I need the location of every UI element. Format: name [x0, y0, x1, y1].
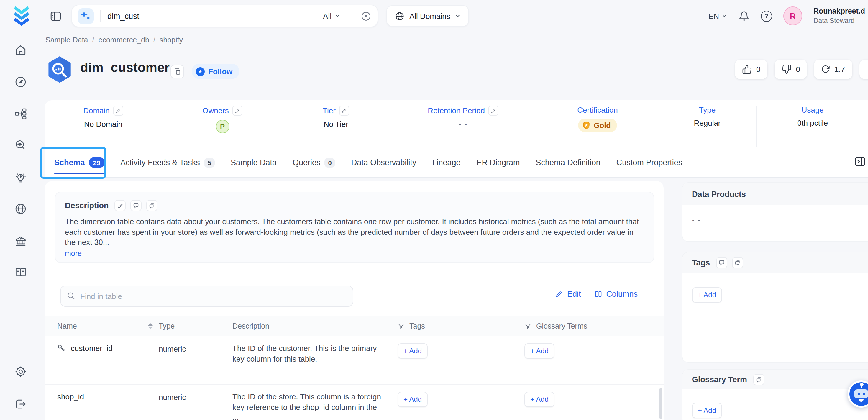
breadcrumb-database[interactable]: ecommerce_db: [98, 36, 149, 44]
tab-schema-definition[interactable]: Schema Definition: [536, 148, 600, 178]
downvote-count: 0: [796, 65, 800, 74]
topbar: All All Domains EN ?: [0, 0, 868, 32]
glossary-book-icon[interactable]: [14, 266, 27, 278]
search-scope-dropdown[interactable]: All: [323, 11, 340, 20]
edit-domain-icon[interactable]: [113, 106, 123, 116]
clear-search-icon[interactable]: [361, 10, 372, 22]
search-input[interactable]: [107, 11, 323, 20]
observability-search-icon[interactable]: [14, 139, 27, 152]
edit-tier-icon[interactable]: [339, 106, 349, 116]
glossary-term-card: Glossary Term + Add: [682, 370, 868, 420]
add-glossary-term-button[interactable]: + Add: [692, 403, 722, 418]
type-value: Regular: [694, 119, 720, 127]
edit-description-icon[interactable]: [115, 200, 126, 211]
primary-key-icon: [57, 344, 66, 353]
tier-value: No Tier: [323, 120, 348, 129]
add-tag-button[interactable]: + Add: [398, 343, 428, 359]
filter-icon[interactable]: [524, 322, 531, 329]
edit-retention-icon[interactable]: [488, 106, 498, 116]
insights-bulb-icon[interactable]: [14, 172, 27, 185]
logout-icon[interactable]: [14, 398, 27, 411]
copy-link-icon[interactable]: [170, 65, 184, 79]
copy-description-icon[interactable]: [147, 200, 158, 211]
column-header-tags[interactable]: Tags: [398, 322, 524, 330]
chevron-down-icon: [335, 13, 340, 19]
ai-sparkle-icon[interactable]: [78, 8, 94, 24]
add-glossary-term-button[interactable]: + Add: [524, 392, 555, 407]
follow-button[interactable]: ★ Follow: [192, 64, 240, 79]
upvote-button[interactable]: 0: [735, 60, 768, 79]
workflow-icon[interactable]: [14, 107, 27, 120]
table-row-customer-id[interactable]: customer_id numeric The ID of the custom…: [45, 336, 663, 385]
compass-icon[interactable]: [14, 76, 27, 88]
metadata-type: Type Regular: [658, 106, 757, 148]
breadcrumb-connection[interactable]: Sample Data: [45, 36, 88, 44]
tab-label: Data Observability: [351, 158, 416, 167]
all-domains-selector[interactable]: All Domains: [386, 5, 469, 27]
tab-schema[interactable]: Schema 29: [54, 148, 104, 178]
glossary-copy-icon[interactable]: [753, 374, 764, 385]
more-options-button[interactable]: [859, 60, 868, 79]
column-name: shop_id: [57, 392, 84, 402]
downvote-button[interactable]: 0: [775, 60, 807, 79]
owner-avatar[interactable]: P: [216, 120, 229, 133]
tab-activity-feeds[interactable]: Activity Feeds & Tasks 5: [120, 148, 215, 178]
star-icon: ★: [196, 67, 205, 76]
robot-icon: [861, 385, 862, 388]
filter-icon[interactable]: [398, 322, 405, 329]
comment-icon[interactable]: [131, 200, 142, 211]
add-glossary-term-button[interactable]: + Add: [524, 343, 555, 359]
column-header-name[interactable]: Name: [45, 322, 159, 330]
sort-icon[interactable]: [148, 323, 153, 329]
find-in-table-input[interactable]: [60, 286, 353, 307]
column-header-description[interactable]: Description: [232, 322, 398, 330]
governance-bank-icon[interactable]: [14, 235, 27, 248]
refresh-score-button[interactable]: 1.7: [814, 60, 852, 79]
tab-lineage[interactable]: Lineage: [432, 148, 460, 178]
user-avatar[interactable]: R: [783, 6, 802, 25]
collapse-panel-icon[interactable]: [854, 156, 867, 168]
add-tags-button[interactable]: + Add: [692, 287, 722, 303]
home-icon[interactable]: [14, 44, 27, 57]
tab-label: Queries: [292, 158, 320, 167]
settings-gear-icon[interactable]: [14, 365, 27, 378]
column-description: The ID of the store. This column is a fo…: [232, 392, 398, 420]
global-search-bar[interactable]: All: [71, 5, 378, 27]
asset-actions: 0 0 1.7: [735, 60, 868, 79]
help-icon[interactable]: ?: [761, 10, 772, 22]
table-header-row: Name Type Description Tags Glossary Term…: [45, 316, 663, 336]
tab-queries[interactable]: Queries 0: [292, 148, 335, 178]
user-role: Data Steward: [813, 16, 865, 25]
table-row-shop-id[interactable]: shop_id numeric The ID of the store. Thi…: [45, 385, 663, 420]
notifications-bell-icon[interactable]: [739, 10, 750, 22]
tab-custom-properties[interactable]: Custom Properties: [616, 148, 682, 178]
sidebar-toggle-icon[interactable]: [50, 10, 62, 22]
pencil-icon: [555, 290, 563, 298]
tab-er-diagram[interactable]: ER Diagram: [476, 148, 520, 178]
column-description: The ID of the customer. This is the prim…: [232, 343, 398, 364]
scrollbar-thumb[interactable]: [659, 388, 662, 419]
refresh-icon: [822, 65, 830, 74]
breadcrumb-schema[interactable]: shopify: [160, 36, 183, 44]
tab-label: Schema: [54, 158, 85, 167]
column-header-type[interactable]: Type: [159, 322, 232, 330]
globe-nav-icon[interactable]: [14, 202, 27, 215]
manage-columns-button[interactable]: Columns: [594, 290, 638, 299]
tags-copy-icon[interactable]: [732, 257, 743, 268]
table-toolbar: Edit Columns: [555, 290, 638, 299]
search-icon: [67, 291, 75, 300]
add-tag-button[interactable]: + Add: [398, 392, 428, 407]
help-glyph: ?: [765, 12, 768, 20]
chevron-down-icon: [455, 13, 461, 19]
column-header-glossary-terms[interactable]: Glossary Terms: [524, 322, 650, 330]
language-selector[interactable]: EN: [708, 11, 727, 20]
header-label: Glossary Terms: [536, 322, 587, 330]
edit-owners-icon[interactable]: [232, 106, 242, 116]
tags-comment-icon[interactable]: [716, 257, 727, 268]
description-more-link[interactable]: more: [65, 249, 82, 258]
tab-data-observability[interactable]: Data Observability: [351, 148, 416, 178]
certification-badge: Gold: [578, 119, 617, 132]
tab-sample-data[interactable]: Sample Data: [230, 148, 277, 178]
tags-title: Tags: [692, 258, 710, 267]
edit-columns-button[interactable]: Edit: [555, 290, 581, 299]
